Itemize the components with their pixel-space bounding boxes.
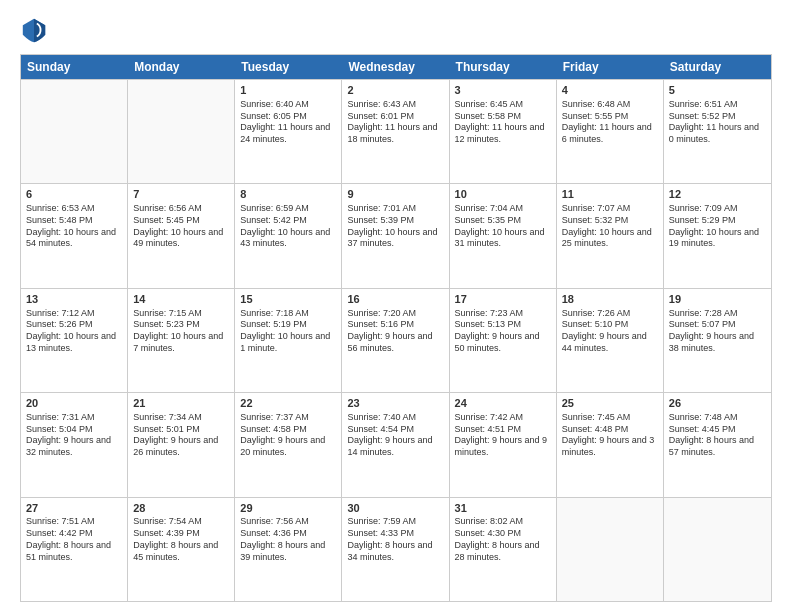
day-number: 24	[455, 396, 551, 411]
cal-cell	[21, 80, 128, 183]
day-number: 20	[26, 396, 122, 411]
day-number: 19	[669, 292, 766, 307]
cal-cell: 3Sunrise: 6:45 AM Sunset: 5:58 PM Daylig…	[450, 80, 557, 183]
cal-cell: 5Sunrise: 6:51 AM Sunset: 5:52 PM Daylig…	[664, 80, 771, 183]
day-number: 25	[562, 396, 658, 411]
day-number: 16	[347, 292, 443, 307]
week-row-2: 6Sunrise: 6:53 AM Sunset: 5:48 PM Daylig…	[21, 183, 771, 287]
day-number: 21	[133, 396, 229, 411]
day-number: 10	[455, 187, 551, 202]
cal-cell: 11Sunrise: 7:07 AM Sunset: 5:32 PM Dayli…	[557, 184, 664, 287]
cal-cell: 15Sunrise: 7:18 AM Sunset: 5:19 PM Dayli…	[235, 289, 342, 392]
cal-cell: 31Sunrise: 8:02 AM Sunset: 4:30 PM Dayli…	[450, 498, 557, 601]
cal-cell: 19Sunrise: 7:28 AM Sunset: 5:07 PM Dayli…	[664, 289, 771, 392]
day-number: 4	[562, 83, 658, 98]
day-number: 9	[347, 187, 443, 202]
logo-icon	[20, 16, 48, 44]
header	[20, 16, 772, 44]
cal-cell: 6Sunrise: 6:53 AM Sunset: 5:48 PM Daylig…	[21, 184, 128, 287]
cell-details: Sunrise: 6:40 AM Sunset: 6:05 PM Dayligh…	[240, 99, 336, 146]
cell-details: Sunrise: 6:45 AM Sunset: 5:58 PM Dayligh…	[455, 99, 551, 146]
day-number: 1	[240, 83, 336, 98]
day-number: 12	[669, 187, 766, 202]
cell-details: Sunrise: 7:18 AM Sunset: 5:19 PM Dayligh…	[240, 308, 336, 355]
cal-cell: 17Sunrise: 7:23 AM Sunset: 5:13 PM Dayli…	[450, 289, 557, 392]
cell-details: Sunrise: 7:56 AM Sunset: 4:36 PM Dayligh…	[240, 516, 336, 563]
cell-details: Sunrise: 7:40 AM Sunset: 4:54 PM Dayligh…	[347, 412, 443, 459]
cell-details: Sunrise: 7:51 AM Sunset: 4:42 PM Dayligh…	[26, 516, 122, 563]
day-number: 14	[133, 292, 229, 307]
cal-cell: 24Sunrise: 7:42 AM Sunset: 4:51 PM Dayli…	[450, 393, 557, 496]
cal-cell: 28Sunrise: 7:54 AM Sunset: 4:39 PM Dayli…	[128, 498, 235, 601]
header-day-wednesday: Wednesday	[342, 55, 449, 79]
cell-details: Sunrise: 6:59 AM Sunset: 5:42 PM Dayligh…	[240, 203, 336, 250]
cell-details: Sunrise: 7:34 AM Sunset: 5:01 PM Dayligh…	[133, 412, 229, 459]
cal-cell: 18Sunrise: 7:26 AM Sunset: 5:10 PM Dayli…	[557, 289, 664, 392]
day-number: 2	[347, 83, 443, 98]
page: SundayMondayTuesdayWednesdayThursdayFrid…	[0, 0, 792, 612]
day-number: 5	[669, 83, 766, 98]
cal-cell: 10Sunrise: 7:04 AM Sunset: 5:35 PM Dayli…	[450, 184, 557, 287]
cell-details: Sunrise: 7:20 AM Sunset: 5:16 PM Dayligh…	[347, 308, 443, 355]
header-day-saturday: Saturday	[664, 55, 771, 79]
cell-details: Sunrise: 7:45 AM Sunset: 4:48 PM Dayligh…	[562, 412, 658, 459]
day-number: 7	[133, 187, 229, 202]
cell-details: Sunrise: 7:09 AM Sunset: 5:29 PM Dayligh…	[669, 203, 766, 250]
day-number: 30	[347, 501, 443, 516]
day-number: 13	[26, 292, 122, 307]
logo	[20, 16, 52, 44]
day-number: 31	[455, 501, 551, 516]
cal-cell: 1Sunrise: 6:40 AM Sunset: 6:05 PM Daylig…	[235, 80, 342, 183]
cal-cell: 21Sunrise: 7:34 AM Sunset: 5:01 PM Dayli…	[128, 393, 235, 496]
cell-details: Sunrise: 7:48 AM Sunset: 4:45 PM Dayligh…	[669, 412, 766, 459]
day-number: 22	[240, 396, 336, 411]
cal-cell: 22Sunrise: 7:37 AM Sunset: 4:58 PM Dayli…	[235, 393, 342, 496]
calendar-header: SundayMondayTuesdayWednesdayThursdayFrid…	[21, 55, 771, 79]
cell-details: Sunrise: 6:43 AM Sunset: 6:01 PM Dayligh…	[347, 99, 443, 146]
day-number: 17	[455, 292, 551, 307]
cell-details: Sunrise: 7:59 AM Sunset: 4:33 PM Dayligh…	[347, 516, 443, 563]
cell-details: Sunrise: 6:53 AM Sunset: 5:48 PM Dayligh…	[26, 203, 122, 250]
cal-cell: 20Sunrise: 7:31 AM Sunset: 5:04 PM Dayli…	[21, 393, 128, 496]
calendar-body: 1Sunrise: 6:40 AM Sunset: 6:05 PM Daylig…	[21, 79, 771, 601]
cal-cell: 16Sunrise: 7:20 AM Sunset: 5:16 PM Dayli…	[342, 289, 449, 392]
cal-cell: 26Sunrise: 7:48 AM Sunset: 4:45 PM Dayli…	[664, 393, 771, 496]
cal-cell: 23Sunrise: 7:40 AM Sunset: 4:54 PM Dayli…	[342, 393, 449, 496]
cal-cell: 7Sunrise: 6:56 AM Sunset: 5:45 PM Daylig…	[128, 184, 235, 287]
cell-details: Sunrise: 7:12 AM Sunset: 5:26 PM Dayligh…	[26, 308, 122, 355]
cell-details: Sunrise: 7:01 AM Sunset: 5:39 PM Dayligh…	[347, 203, 443, 250]
week-row-4: 20Sunrise: 7:31 AM Sunset: 5:04 PM Dayli…	[21, 392, 771, 496]
day-number: 6	[26, 187, 122, 202]
day-number: 11	[562, 187, 658, 202]
cal-cell: 14Sunrise: 7:15 AM Sunset: 5:23 PM Dayli…	[128, 289, 235, 392]
cell-details: Sunrise: 7:37 AM Sunset: 4:58 PM Dayligh…	[240, 412, 336, 459]
day-number: 29	[240, 501, 336, 516]
cal-cell: 8Sunrise: 6:59 AM Sunset: 5:42 PM Daylig…	[235, 184, 342, 287]
day-number: 23	[347, 396, 443, 411]
cal-cell: 29Sunrise: 7:56 AM Sunset: 4:36 PM Dayli…	[235, 498, 342, 601]
cal-cell: 12Sunrise: 7:09 AM Sunset: 5:29 PM Dayli…	[664, 184, 771, 287]
day-number: 27	[26, 501, 122, 516]
header-day-tuesday: Tuesday	[235, 55, 342, 79]
cal-cell	[664, 498, 771, 601]
cell-details: Sunrise: 6:56 AM Sunset: 5:45 PM Dayligh…	[133, 203, 229, 250]
cell-details: Sunrise: 7:15 AM Sunset: 5:23 PM Dayligh…	[133, 308, 229, 355]
day-number: 26	[669, 396, 766, 411]
cell-details: Sunrise: 6:48 AM Sunset: 5:55 PM Dayligh…	[562, 99, 658, 146]
cal-cell: 9Sunrise: 7:01 AM Sunset: 5:39 PM Daylig…	[342, 184, 449, 287]
cal-cell	[557, 498, 664, 601]
cal-cell: 27Sunrise: 7:51 AM Sunset: 4:42 PM Dayli…	[21, 498, 128, 601]
cell-details: Sunrise: 7:31 AM Sunset: 5:04 PM Dayligh…	[26, 412, 122, 459]
week-row-1: 1Sunrise: 6:40 AM Sunset: 6:05 PM Daylig…	[21, 79, 771, 183]
cell-details: Sunrise: 7:28 AM Sunset: 5:07 PM Dayligh…	[669, 308, 766, 355]
cal-cell: 25Sunrise: 7:45 AM Sunset: 4:48 PM Dayli…	[557, 393, 664, 496]
cal-cell: 4Sunrise: 6:48 AM Sunset: 5:55 PM Daylig…	[557, 80, 664, 183]
cell-details: Sunrise: 7:23 AM Sunset: 5:13 PM Dayligh…	[455, 308, 551, 355]
day-number: 15	[240, 292, 336, 307]
week-row-5: 27Sunrise: 7:51 AM Sunset: 4:42 PM Dayli…	[21, 497, 771, 601]
header-day-thursday: Thursday	[450, 55, 557, 79]
header-day-sunday: Sunday	[21, 55, 128, 79]
day-number: 18	[562, 292, 658, 307]
cell-details: Sunrise: 7:04 AM Sunset: 5:35 PM Dayligh…	[455, 203, 551, 250]
cal-cell	[128, 80, 235, 183]
